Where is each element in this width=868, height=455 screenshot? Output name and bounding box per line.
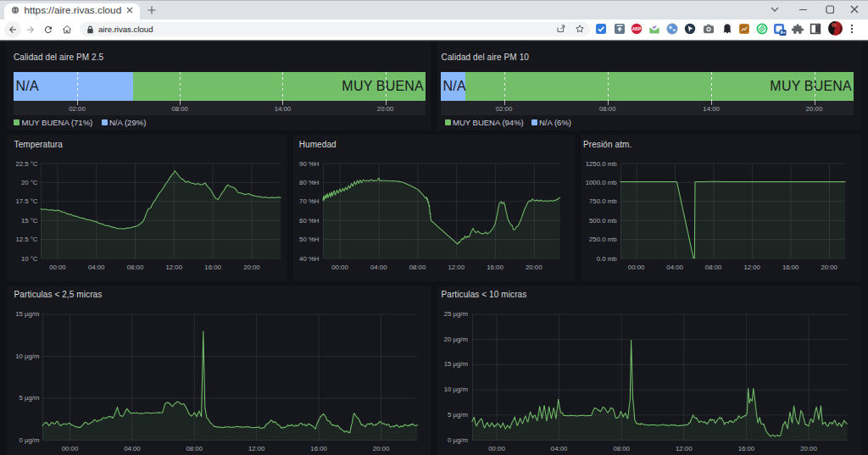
svg-text:9+: 9+ bbox=[780, 30, 785, 35]
svg-text:ABP: ABP bbox=[632, 26, 642, 31]
